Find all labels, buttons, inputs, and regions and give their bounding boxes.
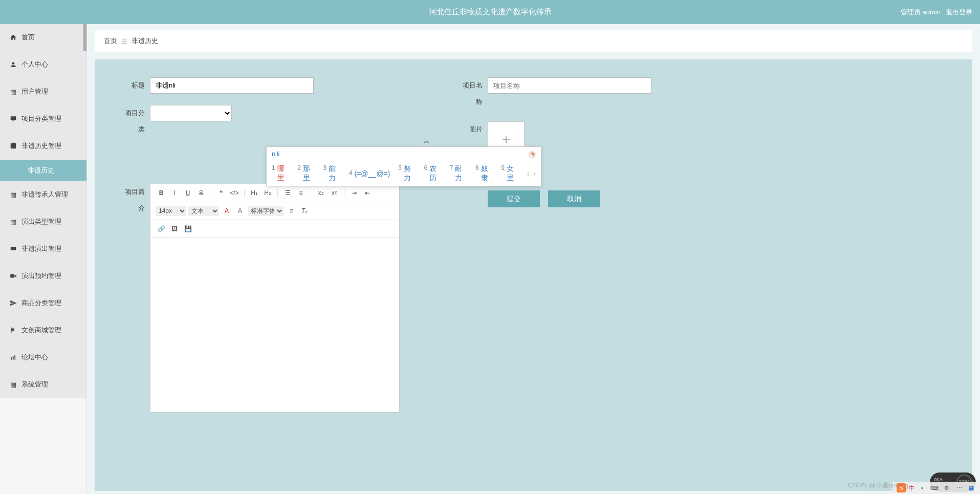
- punct-icon[interactable]: •: [918, 483, 927, 492]
- chevron-right-icon[interactable]: ›: [533, 169, 536, 178]
- font-size-select[interactable]: 14px: [156, 206, 186, 216]
- sidebar-item-show[interactable]: 非遗演出管理: [0, 235, 86, 263]
- app-grid-icon[interactable]: ▦: [967, 483, 976, 492]
- separator: [311, 189, 311, 197]
- ime-candidate[interactable]: 7耐力: [450, 164, 467, 183]
- scroll-indicator: [83, 24, 86, 51]
- superscript-icon[interactable]: x²: [329, 187, 340, 199]
- breadcrumb-home[interactable]: 首页: [104, 36, 117, 46]
- sidebar-item-system[interactable]: ▦ 系统管理: [0, 371, 86, 398]
- font-color-icon[interactable]: A: [221, 205, 232, 217]
- sidebar-item-history-active[interactable]: 非遗历史: [0, 160, 86, 181]
- quote-icon[interactable]: ❝: [215, 187, 227, 199]
- code-icon[interactable]: </>: [229, 187, 240, 199]
- list-ul-icon[interactable]: ≡: [295, 187, 307, 199]
- svg-rect-1: [12, 121, 15, 121]
- ime-candidate[interactable]: 1哪里: [272, 164, 289, 183]
- sidebar-item-home[interactable]: 首页: [0, 24, 86, 51]
- align-icon[interactable]: ≡: [286, 205, 297, 217]
- sidebar-item-label: 非遗历史: [28, 166, 54, 175]
- separator: [211, 189, 211, 197]
- title-label: 标题: [120, 77, 150, 94]
- submit-button[interactable]: 提交: [488, 190, 540, 207]
- sogou-icon[interactable]: S: [897, 483, 906, 492]
- sidebar-item-profile[interactable]: 个人中心: [0, 51, 86, 78]
- sidebar-item-label: 演出预约管理: [21, 271, 61, 281]
- intro-label: 项目简介: [120, 184, 150, 217]
- sidebar-item-label: 非遗演出管理: [21, 244, 61, 253]
- sidebar: 首页 个人中心 ▦ 用户管理 项目分类管理 非遗历史管理 非遗历史: [0, 24, 87, 494]
- font-type-select[interactable]: 文本: [188, 206, 219, 216]
- clear-format-icon[interactable]: Tₓ: [299, 205, 310, 217]
- settings-icon[interactable]: ⚙: [942, 483, 951, 492]
- breadcrumb-current: 非遗历史: [132, 36, 158, 46]
- camera-icon: [9, 272, 17, 280]
- sidebar-item-mall[interactable]: 文创商城管理: [0, 317, 86, 344]
- bg-color-icon[interactable]: A: [234, 205, 246, 217]
- h1-icon[interactable]: H₁: [249, 187, 260, 199]
- ime-nav: ‹ ›: [527, 169, 536, 178]
- header-actions: 管理员 admin 退出登录: [901, 8, 972, 17]
- sidebar-item-show-type[interactable]: ▦ 演出类型管理: [0, 208, 86, 235]
- svg-rect-0: [11, 116, 16, 120]
- sidebar-item-label: 首页: [21, 33, 35, 42]
- ime-candidate[interactable]: 3能力: [323, 164, 341, 183]
- sidebar-item-label: 商品分类管理: [21, 298, 61, 308]
- ime-candidates: 1哪里 2那里 3能力 4(=@__@=) 5努力 6农历 7耐力 8奴隶 9女…: [267, 161, 541, 186]
- flag-icon: [9, 326, 17, 334]
- separator: [277, 189, 278, 197]
- separator: [244, 189, 245, 197]
- lang-indicator[interactable]: 中: [909, 484, 914, 492]
- h2-icon[interactable]: H₂: [262, 187, 273, 199]
- name-input[interactable]: [488, 77, 651, 94]
- ime-candidate[interactable]: 9女里: [501, 164, 518, 183]
- clipboard-icon: [9, 142, 17, 150]
- sidebar-item-goods-cat[interactable]: 商品分类管理: [0, 290, 86, 317]
- bold-icon[interactable]: B: [156, 187, 167, 199]
- sidebar-item-label: 论坛中心: [21, 353, 48, 362]
- sidebar-item-booking[interactable]: 演出预约管理: [0, 263, 86, 290]
- sidebar-item-users[interactable]: ▦ 用户管理: [0, 78, 86, 105]
- ime-candidate[interactable]: 6农历: [424, 164, 441, 183]
- link-icon[interactable]: 🔗: [156, 223, 167, 234]
- breadcrumb-separator: ☰: [121, 37, 127, 45]
- logout-link[interactable]: 退出登录: [946, 8, 972, 17]
- category-select[interactable]: [150, 105, 232, 121]
- strike-icon[interactable]: S: [195, 187, 207, 199]
- title-input[interactable]: [150, 77, 314, 94]
- monitor-icon: [9, 115, 17, 123]
- sidebar-item-history[interactable]: 非遗历史管理: [0, 133, 86, 160]
- outdent-icon[interactable]: ⇤: [362, 187, 373, 199]
- category-label: 项目分类: [120, 105, 150, 138]
- sidebar-item-label: 演出类型管理: [21, 217, 61, 226]
- sidebar-item-forum[interactable]: 论坛中心: [0, 344, 86, 371]
- image-icon[interactable]: 🖼: [169, 223, 180, 234]
- chevron-left-icon[interactable]: ‹: [527, 169, 530, 178]
- subscript-icon[interactable]: x₂: [315, 187, 326, 199]
- ime-candidate[interactable]: 2那里: [297, 164, 315, 183]
- editor-toolbar-2: 14px 文本 A A 标准字体 ≡ Tₓ: [150, 202, 399, 220]
- indent-icon[interactable]: ⇥: [349, 187, 360, 199]
- user-label[interactable]: 管理员 admin: [901, 8, 941, 17]
- cancel-button[interactable]: 取消: [548, 190, 600, 207]
- font-family-select[interactable]: 标准字体: [248, 206, 284, 216]
- ime-candidate[interactable]: 5努力: [398, 164, 416, 183]
- underline-icon[interactable]: U: [182, 187, 193, 199]
- list-ol-icon[interactable]: ☰: [282, 187, 293, 199]
- sidebar-item-category[interactable]: 项目分类管理: [0, 105, 86, 133]
- svg-rect-3: [10, 274, 14, 278]
- editor-textarea[interactable]: [150, 238, 399, 412]
- more-icon[interactable]: ⋯: [954, 483, 964, 492]
- editor-toolbar: B I U S ❝ </> H₁ H₂ ☰: [150, 184, 399, 202]
- keyboard-icon[interactable]: ⌨: [930, 483, 939, 492]
- save-icon[interactable]: 💾: [182, 223, 193, 234]
- chat-icon: [9, 245, 17, 253]
- svg-rect-5: [13, 356, 14, 360]
- italic-icon[interactable]: I: [169, 187, 180, 199]
- sidebar-item-label: 项目分类管理: [21, 114, 61, 123]
- sidebar-item-inheritor[interactable]: ▦ 非遗传承人管理: [0, 181, 86, 208]
- home-icon: [9, 33, 17, 41]
- ime-candidate[interactable]: 4(=@__@=): [349, 169, 390, 178]
- grid-icon: ▦: [9, 218, 17, 226]
- ime-candidate[interactable]: 8奴隶: [475, 164, 493, 183]
